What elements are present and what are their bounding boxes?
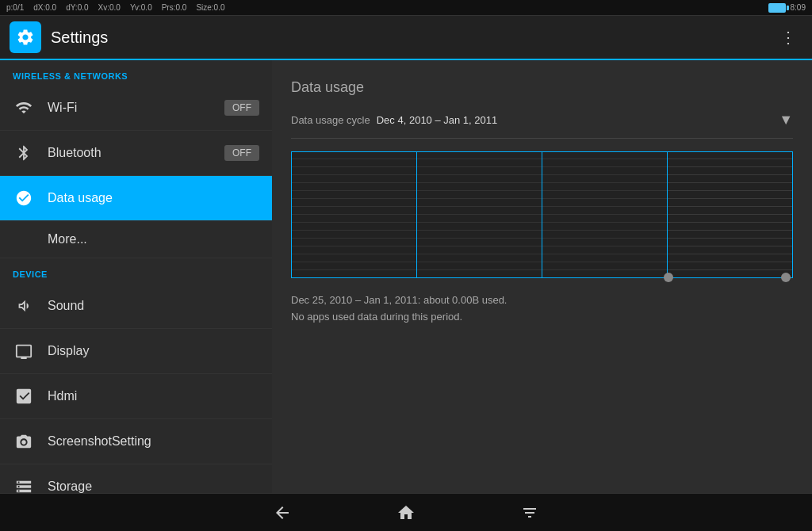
data-usage-icon xyxy=(13,187,35,209)
more-options-button[interactable]: ⋮ xyxy=(774,21,802,53)
header-title: Settings xyxy=(51,29,774,47)
storage-label: Storage xyxy=(48,479,92,493)
info-line-2: No apps used data during this period. xyxy=(291,311,793,323)
wifi-icon xyxy=(13,97,35,119)
range-handle-right[interactable] xyxy=(781,273,791,282)
sound-label: Sound xyxy=(48,299,84,313)
settings-icon xyxy=(16,28,35,47)
storage-icon xyxy=(13,476,35,493)
chart-col-2 xyxy=(417,152,542,277)
data-usage-label: Data usage xyxy=(48,191,113,205)
data-usage-cycle-row[interactable]: Data usage cycle Dec 4, 2010 – Jan 1, 20… xyxy=(291,112,793,139)
status-xv: Xv:0.0 xyxy=(98,3,121,12)
status-bar-right: 8:09 xyxy=(768,3,806,13)
status-yv: Yv:0.0 xyxy=(130,3,152,12)
home-button[interactable] xyxy=(392,499,420,527)
section-wireless-label: WIRELESS & NETWORKS xyxy=(0,60,272,86)
back-button[interactable] xyxy=(268,499,297,527)
status-prs: Prs:0.0 xyxy=(162,3,187,12)
status-p: p:0/1 xyxy=(6,3,24,12)
cycle-dropdown-icon[interactable]: ▼ xyxy=(779,112,793,128)
sidebar-item-display[interactable]: Display xyxy=(0,329,272,374)
sidebar-item-data-usage[interactable]: Data usage xyxy=(0,176,272,221)
cycle-value: Dec 4, 2010 – Jan 1, 2011 xyxy=(377,114,498,126)
display-label: Display xyxy=(48,344,89,358)
chart-col-3 xyxy=(542,152,668,277)
main-layout: WIRELESS & NETWORKS Wi-Fi OFF Bluetooth … xyxy=(0,60,812,493)
sidebar-item-bluetooth[interactable]: Bluetooth OFF xyxy=(0,131,272,176)
display-icon xyxy=(13,340,35,362)
content-area: Data usage Data usage cycle Dec 4, 2010 … xyxy=(272,60,812,493)
screenshot-icon xyxy=(13,430,35,453)
screenshot-label: ScreenshotSetting xyxy=(48,434,151,449)
recents-button[interactable] xyxy=(515,499,544,527)
sidebar-item-wifi[interactable]: Wi-Fi OFF xyxy=(0,86,272,131)
nav-bar xyxy=(0,493,812,531)
bluetooth-icon xyxy=(13,142,35,164)
sidebar-item-sound[interactable]: Sound xyxy=(0,284,272,329)
status-dx: dX:0.0 xyxy=(33,3,56,12)
app-icon xyxy=(10,21,41,53)
wifi-toggle[interactable]: OFF xyxy=(224,100,259,116)
status-dy: dY:0.0 xyxy=(66,3,88,12)
battery-icon xyxy=(768,3,786,13)
status-bar: p:0/1 dX:0.0 dY:0.0 Xv:0.0 Yv:0.0 Prs:0.… xyxy=(0,0,812,16)
range-handle-left[interactable] xyxy=(664,273,673,282)
info-line-1: Dec 25, 2010 – Jan 1, 2011: about 0.00B … xyxy=(291,294,793,306)
content-title: Data usage xyxy=(291,79,793,96)
chart-col-1 xyxy=(292,152,417,277)
bluetooth-toggle[interactable]: OFF xyxy=(224,145,259,161)
hdmi-label: Hdmi xyxy=(48,389,77,403)
sidebar: WIRELESS & NETWORKS Wi-Fi OFF Bluetooth … xyxy=(0,60,272,493)
bluetooth-label: Bluetooth xyxy=(48,146,102,160)
sidebar-item-more[interactable]: More... xyxy=(0,221,272,258)
hdmi-icon xyxy=(13,385,35,407)
data-usage-chart xyxy=(291,151,793,278)
sidebar-item-screenshot[interactable]: ScreenshotSetting xyxy=(0,419,272,464)
chart-grid xyxy=(292,152,792,277)
cycle-label: Data usage cycle xyxy=(291,114,370,126)
sidebar-item-storage[interactable]: Storage xyxy=(0,464,272,493)
app-header: Settings ⋮ xyxy=(0,16,812,60)
status-size: Size:0.0 xyxy=(196,3,224,12)
wifi-label: Wi-Fi xyxy=(48,101,77,115)
sidebar-item-hdmi[interactable]: Hdmi xyxy=(0,374,272,419)
chart-col-4 xyxy=(668,152,792,277)
status-bar-left: p:0/1 dX:0.0 dY:0.0 Xv:0.0 Yv:0.0 Prs:0.… xyxy=(6,3,225,12)
section-device-label: DEVICE xyxy=(0,258,272,284)
sound-icon xyxy=(13,295,35,317)
status-time: 8:09 xyxy=(791,3,806,12)
